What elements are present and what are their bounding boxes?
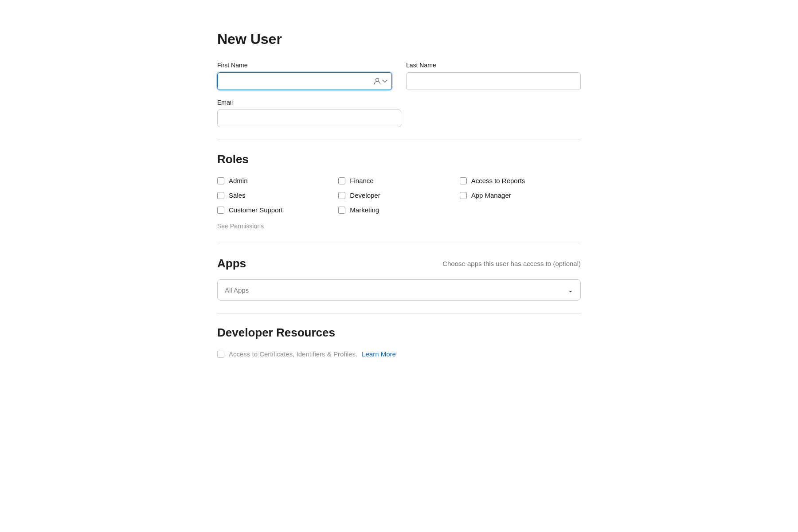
email-label: Email [217, 99, 401, 106]
first-name-input-wrapper [217, 72, 392, 90]
role-item-sales: Sales [217, 192, 338, 199]
apps-section-title: Apps [217, 257, 246, 270]
name-row: First Name Last Name [217, 62, 581, 90]
apps-dropdown-value: All Apps [225, 286, 249, 294]
divider-1 [217, 140, 581, 140]
apps-subtitle: Choose apps this user has access to (opt… [442, 260, 581, 267]
dev-cert-row: Access to Certificates, Identifiers & Pr… [217, 350, 581, 358]
admin-checkbox[interactable] [217, 177, 224, 184]
person-chevron-icon[interactable] [373, 77, 387, 85]
access-to-reports-label[interactable]: Access to Reports [471, 177, 525, 184]
roles-section-title: Roles [217, 153, 581, 166]
developer-label[interactable]: Developer [350, 192, 380, 199]
role-item-finance: Finance [338, 177, 459, 184]
role-item-marketing: Marketing [338, 206, 459, 214]
roles-section: Roles Admin Sales Customer Support [217, 153, 581, 231]
roles-column-1: Admin Sales Customer Support [217, 177, 338, 214]
marketing-checkbox[interactable] [338, 207, 345, 214]
customer-support-label[interactable]: Customer Support [229, 206, 283, 214]
apps-section: Apps Choose apps this user has access to… [217, 257, 581, 301]
learn-more-link[interactable]: Learn More [362, 350, 396, 358]
app-manager-label[interactable]: App Manager [471, 192, 511, 199]
person-icon [373, 77, 387, 85]
apps-header: Apps Choose apps this user has access to… [217, 257, 581, 270]
page-title: New User [217, 31, 581, 47]
admin-label[interactable]: Admin [229, 177, 248, 184]
dev-cert-text: Access to Certificates, Identifiers & Pr… [229, 350, 357, 358]
divider-2 [217, 244, 581, 244]
email-group: Email [217, 99, 401, 127]
first-name-label: First Name [217, 62, 392, 69]
roles-column-2: Finance Developer Marketing [338, 177, 459, 214]
email-input[interactable] [217, 110, 401, 127]
last-name-input[interactable] [406, 72, 581, 90]
role-item-app-manager: App Manager [460, 192, 581, 199]
last-name-label: Last Name [406, 62, 581, 69]
first-name-group: First Name [217, 62, 392, 90]
first-name-input[interactable] [217, 72, 392, 90]
finance-checkbox[interactable] [338, 177, 345, 184]
role-item-access-to-reports: Access to Reports [460, 177, 581, 184]
developer-checkbox[interactable] [338, 192, 345, 199]
divider-3 [217, 313, 581, 313]
developer-resources-section: Developer Resources Access to Certificat… [217, 326, 581, 358]
chevron-down-icon: ⌄ [568, 286, 573, 293]
app-manager-checkbox[interactable] [460, 192, 467, 199]
sales-checkbox[interactable] [217, 192, 224, 199]
marketing-label[interactable]: Marketing [350, 206, 379, 214]
customer-support-checkbox[interactable] [217, 207, 224, 214]
email-row: Email [217, 99, 581, 127]
apps-dropdown[interactable]: All Apps ⌄ [217, 279, 581, 301]
page-container: New User First Name Last Name [200, 0, 598, 393]
role-item-developer: Developer [338, 192, 459, 199]
developer-resources-title: Developer Resources [217, 326, 581, 340]
role-item-customer-support: Customer Support [217, 206, 338, 214]
see-permissions-link[interactable]: See Permissions [217, 223, 264, 230]
roles-column-3: Access to Reports App Manager [460, 177, 581, 214]
access-to-reports-checkbox[interactable] [460, 177, 467, 184]
finance-label[interactable]: Finance [350, 177, 373, 184]
last-name-group: Last Name [406, 62, 581, 90]
svg-point-0 [376, 78, 379, 82]
roles-grid: Admin Sales Customer Support Finance [217, 177, 581, 214]
sales-label[interactable]: Sales [229, 192, 246, 199]
dev-cert-checkbox[interactable] [217, 351, 224, 358]
role-item-admin: Admin [217, 177, 338, 184]
